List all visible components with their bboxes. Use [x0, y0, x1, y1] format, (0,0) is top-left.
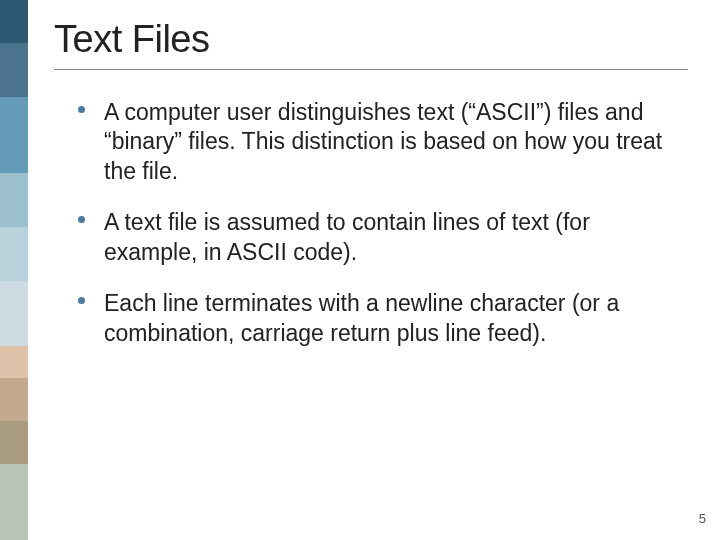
bullet-text: A computer user distinguishes text (“ASC…	[104, 99, 662, 184]
bullet-list: A computer user distinguishes text (“ASC…	[54, 98, 688, 348]
slide-content: Text Files A computer user distinguishes…	[54, 18, 688, 370]
bullet-item: A text file is assumed to contain lines …	[82, 208, 688, 267]
slide-title: Text Files	[54, 18, 688, 61]
bullet-text: Each line terminates with a newline char…	[104, 290, 619, 345]
bullet-text: A text file is assumed to contain lines …	[104, 209, 590, 264]
page-number: 5	[699, 511, 706, 526]
bullet-item: A computer user distinguishes text (“ASC…	[82, 98, 688, 186]
decorative-sidebar	[0, 0, 28, 540]
bullet-icon	[78, 216, 85, 223]
bullet-icon	[78, 106, 85, 113]
bullet-icon	[78, 297, 85, 304]
bullet-item: Each line terminates with a newline char…	[82, 289, 688, 348]
title-underline	[54, 69, 688, 70]
